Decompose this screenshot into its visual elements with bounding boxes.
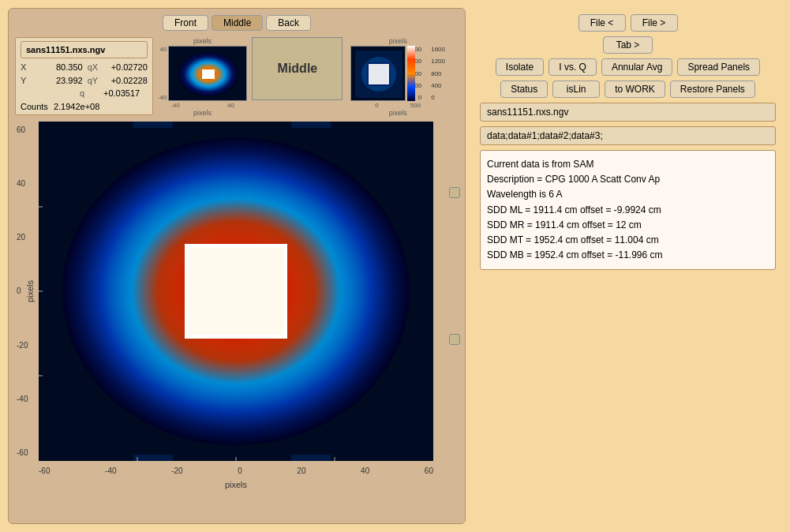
middle-thumbnail: Middle xyxy=(252,37,343,100)
back-x-pixels-label: pixels xyxy=(389,109,407,117)
info-filename: sans11151.nxs.ngv xyxy=(21,41,148,58)
file-nav-row: File < File > xyxy=(480,14,776,32)
back-thumb-svg xyxy=(351,47,406,101)
back-pixels-top-label: pixels xyxy=(389,37,407,45)
main-plot: pixels xyxy=(39,122,433,461)
tools-row-1: Isolate I vs. Q Annular Avg Spread Panel… xyxy=(480,58,776,76)
q-label: q xyxy=(80,87,103,100)
q-value: +0.03517 xyxy=(103,87,140,100)
to-work-button[interactable]: to WORK xyxy=(605,81,665,98)
y-axis-ticks: 60 40 20 0 -20 -40 -60 xyxy=(17,122,28,461)
coordinate-info-box: sans11151.nxs.ngv X 80.350 qX +0.02720 Y… xyxy=(15,37,153,115)
x-label: X xyxy=(21,61,56,74)
svg-rect-12 xyxy=(133,122,173,128)
tab-middle[interactable]: Middle xyxy=(212,15,263,31)
right-panel: File < File > Tab > Isolate I vs. Q Annu… xyxy=(474,8,782,524)
data-path-display: data;data#1;data#2;data#3; xyxy=(480,126,776,145)
qy-label: qY xyxy=(88,74,111,88)
y-row: Y 23.992 qY +0.02228 xyxy=(21,74,148,88)
info-thumbnails-row: sans11151.nxs.ngv X 80.350 qX +0.02720 Y… xyxy=(15,37,459,117)
tab-nav-row: Tab > xyxy=(480,36,776,54)
restore-panels-button[interactable]: Restore Panels xyxy=(670,81,755,98)
svg-rect-3 xyxy=(204,71,213,77)
right-filename: sans11151.nxs.ngv xyxy=(487,107,568,118)
counts-row: Counts 2.1942e+08 xyxy=(21,102,148,111)
front-thumbnail xyxy=(168,46,247,101)
back-colorbar-text: 1600 1200 800 400 0 xyxy=(431,46,445,101)
annular-avg-button[interactable]: Annular Avg xyxy=(601,58,673,76)
svg-rect-15 xyxy=(291,455,331,461)
left-panel: Front Middle Back sans11151.nxs.ngv X 80… xyxy=(8,8,466,524)
back-x-axis-labels: 0500 xyxy=(375,102,421,109)
back-thumbnail xyxy=(350,46,406,101)
back-thumbnail-wrap: pixels 1600 xyxy=(350,37,445,117)
data-info-line4: SDD ML = 1911.4 cm offset = -9.9924 cm xyxy=(487,203,769,218)
data-info-line5: SDD MR = 1911.4 cm offset = 12 cm xyxy=(487,218,769,233)
x-value: 80.350 xyxy=(56,61,83,74)
data-path: data;data#1;data#2;data#3; xyxy=(487,130,603,141)
spread-panels-button[interactable]: Spread Panels xyxy=(677,58,760,76)
svg-rect-13 xyxy=(291,122,331,128)
main-plot-svg xyxy=(39,122,433,461)
file-prev-button[interactable]: File < xyxy=(578,14,626,32)
qx-label: qX xyxy=(88,61,111,74)
tab-front[interactable]: Front xyxy=(163,15,208,31)
x-axis-label: pixels xyxy=(225,480,247,489)
svg-rect-9 xyxy=(407,46,415,101)
status-button[interactable]: Status xyxy=(500,81,548,98)
qy-value: +0.02228 xyxy=(111,74,148,88)
is-lin-button[interactable]: isLin xyxy=(552,81,600,98)
front-y-axis-labels: 40 -40 xyxy=(158,46,167,101)
tab-back[interactable]: Back xyxy=(266,15,311,31)
data-info-line2: Description = CPG 1000 A Scatt Conv Ap xyxy=(487,172,769,187)
front-thumb-svg xyxy=(169,47,247,101)
tab-next-button[interactable]: Tab > xyxy=(603,36,653,54)
svg-rect-14 xyxy=(133,455,173,461)
front-x-axis-labels: -4040 xyxy=(170,102,234,109)
front-x-pixels-label: pixels xyxy=(193,109,212,117)
file-next-button[interactable]: File > xyxy=(631,14,678,32)
right-filename-display: sans11151.nxs.ngv xyxy=(480,103,776,122)
counts-value: 2.1942e+08 xyxy=(54,102,99,111)
svg-rect-17 xyxy=(189,248,283,335)
data-info-line6: SDD MT = 1952.4 cm offset = 11.004 cm xyxy=(487,233,769,248)
x-axis-ticks: -60 -40 -20 0 20 40 60 xyxy=(39,466,433,475)
isolate-button[interactable]: Isolate xyxy=(496,58,544,76)
data-info-line1: Current data is from SAM xyxy=(487,157,769,172)
top-tabs: Front Middle Back xyxy=(15,15,459,31)
svg-rect-8 xyxy=(369,64,389,84)
colorbar: 1600 1200 800 400 0 xyxy=(407,46,421,101)
tools-row-2: Status isLin to WORK Restore Panels xyxy=(480,81,776,98)
i-vs-q-button[interactable]: I vs. Q xyxy=(549,58,597,76)
data-info-box: Current data is from SAM Description = C… xyxy=(480,150,776,270)
counts-label: Counts xyxy=(21,102,48,111)
qx-value: +0.02720 xyxy=(111,61,148,74)
colorbar-svg xyxy=(407,46,415,101)
front-thumbnail-wrap: pixels 40 -40 xyxy=(158,37,248,117)
main-plot-wrapper: pixels xyxy=(15,122,459,461)
x-row: X 80.350 qX +0.02720 xyxy=(21,61,148,74)
data-info-line3: Wavelength is 6 A xyxy=(487,187,769,202)
y-label: Y xyxy=(21,74,56,88)
q-row: q +0.03517 xyxy=(21,87,148,100)
front-thumb-pixels-label: pixels xyxy=(193,37,212,45)
y-value: 23.992 xyxy=(56,74,83,88)
data-info-line7: SDD MB = 1952.4 cm offset = -11.996 cm xyxy=(487,248,769,263)
